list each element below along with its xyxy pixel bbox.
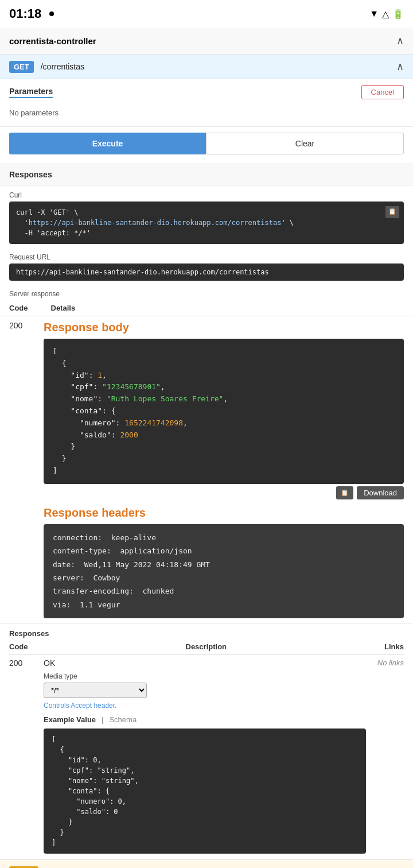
response-details: Response body [ { "id": 1, "cpf": "12345… — [44, 321, 404, 618]
parameters-header: Parameters Cancel — [0, 79, 413, 105]
bottom-response-row: 200 OK Media type */* Controls Accept he… — [9, 658, 404, 854]
response-json-block: [ { "id": 1, "cpf": "12345678901", "nome… — [44, 339, 404, 484]
bottom-responses-section: Responses Code Description Links 200 OK … — [0, 623, 413, 859]
controller-header[interactable]: correntista-controller ∧ — [0, 28, 413, 55]
action-buttons: Execute Clear — [0, 127, 413, 164]
request-url-label: Request URL — [9, 253, 404, 261]
status-icons: ▼ △ 🔋 — [369, 9, 404, 20]
example-value-tab[interactable]: Example Value — [44, 715, 96, 724]
responses-section-label: Responses — [0, 164, 413, 185]
media-type-select[interactable]: */* — [44, 683, 147, 698]
get-method-badge: GET — [9, 61, 34, 73]
status-dot — [49, 11, 54, 16]
bottom-description: OK Media type */* Controls Accept header… — [44, 658, 366, 854]
request-url-value: https://api-bankline-santander-dio.herok… — [9, 264, 404, 281]
endpoint-chevron-icon: ∧ — [396, 60, 404, 73]
controller-title: correntista-controller — [9, 36, 96, 46]
controls-accept-label: Controls Accept header. — [44, 702, 366, 710]
response-headers-title: Response headers — [44, 506, 404, 520]
battery-icon: 🔋 — [392, 9, 404, 20]
response-row-200: 200 Response body [ { "id": 1, "cpf": "1… — [0, 316, 413, 623]
response-body-title: Response body — [44, 321, 404, 334]
bottom-code-header: Code — [9, 642, 28, 651]
post-endpoint-row[interactable]: POST /correntistas ∨ — [0, 859, 413, 868]
post-method-badge: POST — [9, 866, 38, 868]
response-headers-block: connection: keep-alive content-type: app… — [44, 524, 404, 618]
details-column-header: Details — [51, 304, 76, 312]
endpoint-path: /correntistas — [34, 62, 396, 71]
code-details-header: Code Details — [0, 300, 413, 316]
tab-divider: | — [102, 715, 103, 724]
download-button[interactable]: Download — [357, 486, 404, 499]
clear-button[interactable]: Clear — [206, 133, 404, 154]
bottom-desc-header: Description — [186, 642, 227, 651]
server-response-label: Server response — [0, 286, 413, 300]
status-bar: 01:18 ▼ △ 🔋 — [0, 0, 413, 28]
bottom-links-header: Links — [384, 642, 404, 651]
json-action-bar: 📋 Download — [44, 486, 404, 499]
schema-tab[interactable]: Schema — [109, 715, 137, 724]
example-json-block: [ { "id": 0, "cpf": "string", "nome": "s… — [44, 728, 366, 854]
parameters-title: Parameters — [9, 87, 53, 98]
curl-copy-icon[interactable]: 📋 — [385, 206, 399, 218]
response-status-code: 200 — [9, 321, 32, 330]
curl-code-block: curl -X 'GET' \ 'https://api-bankline-sa… — [9, 202, 404, 244]
get-endpoint-row[interactable]: GET /correntistas ∧ — [0, 55, 413, 79]
execute-button[interactable]: Execute — [9, 133, 206, 154]
bottom-status-code: 200 — [9, 658, 32, 668]
wifi-icon: ▼ — [369, 9, 379, 19]
controller-chevron-icon: ∧ — [396, 34, 404, 47]
example-schema-tabs: Example Value | Schema — [44, 715, 366, 724]
signal-icon: △ — [382, 9, 389, 20]
curl-label: Curl — [9, 191, 404, 199]
curl-section: Curl curl -X 'GET' \ 'https://api-bankli… — [0, 185, 413, 250]
no-links-label: No links — [377, 658, 404, 667]
code-column-header: Code — [9, 304, 28, 312]
cancel-button[interactable]: Cancel — [361, 85, 404, 99]
status-time: 01:18 — [9, 6, 41, 21]
no-parameters-label: No parameters — [0, 105, 413, 126]
response-copy-button[interactable]: 📋 — [336, 486, 353, 499]
parameters-section: Parameters Cancel No parameters — [0, 79, 413, 127]
media-type-label: Media type — [44, 672, 366, 680]
bottom-responses-label: Responses — [9, 629, 404, 638]
request-url-section: Request URL https://api-bankline-santand… — [0, 250, 413, 286]
post-chevron-icon: ∨ — [396, 866, 404, 868]
bottom-ok-label: OK — [44, 658, 366, 668]
bottom-table-header: Code Description Links — [9, 642, 404, 655]
